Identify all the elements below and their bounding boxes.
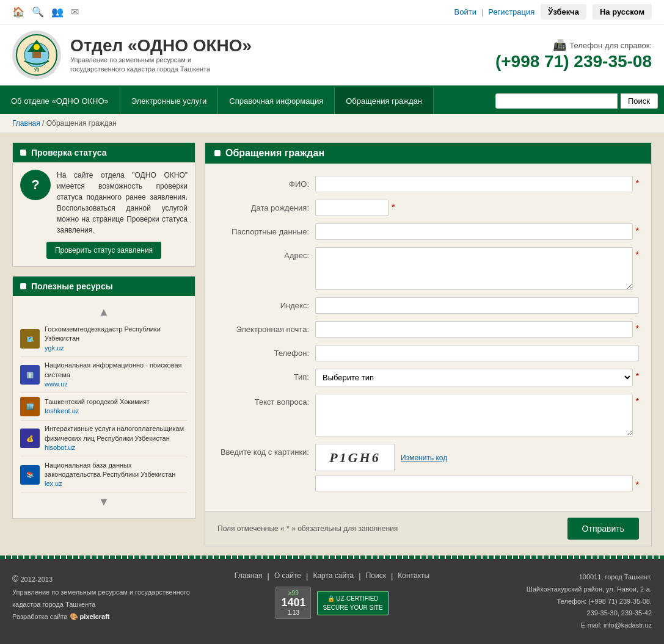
dob-required: * — [392, 202, 395, 212]
footer-nav-home[interactable]: Главная — [235, 571, 263, 581]
logo: УЗ — [12, 31, 61, 79]
email-input[interactable] — [315, 321, 633, 338]
captcha-field: P1GH6 Изменить код * — [315, 444, 639, 491]
fio-label: ФИО: — [217, 176, 315, 189]
lang-uz-button[interactable]: Ўзбекча — [541, 4, 586, 20]
question-label: Текст вопроса: — [217, 394, 315, 407]
footer-nav-contacts[interactable]: Контакты — [398, 571, 429, 581]
separator: | — [481, 7, 483, 16]
phone-input[interactable] — [315, 345, 639, 361]
register-link[interactable]: Регистрация — [488, 7, 534, 16]
captcha-image: P1GH6 — [315, 444, 395, 471]
captcha-required: * — [636, 480, 639, 490]
resource-item: ℹ️ Национальная информационно - поискова… — [20, 357, 188, 393]
scroll-up-button[interactable]: ▲ — [20, 303, 188, 321]
captcha-label: Введите код с картинки: — [217, 444, 315, 457]
login-link[interactable]: Войти — [454, 7, 476, 16]
home-icon[interactable]: 🏠 — [12, 6, 24, 18]
resource-link[interactable]: lex.uz — [45, 479, 188, 488]
search-icon[interactable]: 🔍 — [32, 6, 44, 18]
nav-item-about[interactable]: Об отделе «ОДНО ОКНО» — [0, 87, 120, 114]
form-footer-note: Поля отмеченные « * » обязательны для за… — [217, 524, 398, 533]
question-textarea[interactable] — [315, 394, 633, 436]
resource-link[interactable]: ygk.uz — [45, 344, 188, 353]
captcha-row: Введите код с картинки: P1GH6 Изменить к… — [217, 444, 639, 491]
fio-required: * — [636, 178, 639, 188]
dob-input[interactable] — [315, 200, 389, 216]
footer-phone2: 239-35-30, 239-35-42 — [447, 607, 652, 620]
auth-links: Войти | Регистрация — [454, 7, 535, 16]
site-title: Отдел «ОДНО ОКНО» — [70, 36, 252, 56]
breadcrumb-home[interactable]: Главная — [12, 119, 40, 128]
footer-left: © 2012-2013 Управление по земельным ресу… — [12, 571, 217, 632]
passport-row: Паспортные данные: * — [217, 223, 639, 240]
mail-icon[interactable]: ✉ — [71, 6, 79, 18]
footer-dev-company: 🎨 pixelcraft — [70, 613, 110, 620]
submit-button[interactable]: Отправить — [567, 518, 639, 540]
phone-number: (+998 71) 239-35-08 — [495, 52, 652, 71]
rating-badge[interactable]: ≥99 1401 1.13 — [275, 587, 311, 619]
scroll-down-button[interactable]: ▼ — [20, 493, 188, 511]
address-textarea[interactable] — [315, 247, 633, 290]
nav-item-services[interactable]: Электронные услуги — [120, 87, 218, 114]
header-right: 📠 Телефон для справок: (+998 71) 239-35-… — [495, 38, 652, 71]
type-field: Выберите тип * — [315, 369, 639, 386]
address-required: * — [636, 250, 639, 259]
footer-street: Шайхонтахурский район, ул. Навои, 2-а. — [447, 584, 652, 596]
email-field: * — [315, 321, 639, 338]
footer-badges: ≥99 1401 1.13 🔒 UZ-CERTIFIEDSECURE YOUR … — [275, 587, 388, 619]
lang-ru-button[interactable]: На русском — [593, 4, 652, 20]
passport-label: Паспортные данные: — [217, 223, 315, 236]
dob-label: Дата рождения: — [217, 200, 315, 212]
captcha-input[interactable] — [315, 475, 633, 491]
breadcrumb-separator: / — [42, 119, 46, 128]
status-section-body: ? На сайте отдела "ОДНО ОКНО" имеется во… — [13, 162, 195, 266]
question-field: * — [315, 394, 639, 436]
resource-text: Национальная информационно - поисковая с… — [45, 361, 188, 389]
footer-address: 100011, город Ташкент, — [447, 571, 652, 584]
main-nav: Об отделе «ОДНО ОКНО» Электронные услуги… — [0, 87, 664, 114]
dob-field: * — [315, 200, 639, 216]
type-select[interactable]: Выберите тип — [315, 369, 633, 386]
footer: © 2012-2013 Управление по земельным ресу… — [0, 559, 664, 644]
address-row: Адрес: * — [217, 247, 639, 290]
nav-item-appeals[interactable]: Обращения граждан — [335, 87, 434, 114]
form-body: ФИО: * Дата рождения: * Паспортные данны… — [205, 164, 651, 511]
footer-nav-about[interactable]: О сайте — [274, 571, 301, 581]
question-row: Текст вопроса: * — [217, 394, 639, 436]
status-title: Проверка статуса — [31, 148, 106, 157]
svg-text:УЗ: УЗ — [34, 68, 40, 72]
footer-copyright: © 2012-2013 — [12, 571, 217, 587]
passport-input[interactable] — [315, 223, 633, 240]
resource-link[interactable]: hisobot.uz — [45, 443, 188, 452]
form-section-header: Обращения граждан — [205, 143, 651, 164]
nav-item-info[interactable]: Справочная информация — [218, 87, 335, 114]
fio-input[interactable] — [315, 176, 633, 192]
phone-label: Телефон: — [217, 345, 315, 358]
resource-item: 🏙️ Ташкентский городской Хокимият toshke… — [20, 393, 188, 421]
check-status-button[interactable]: Проверить статус заявления — [46, 242, 161, 259]
resource-icon: 🗺️ — [20, 329, 40, 349]
phone-field — [315, 345, 639, 361]
resource-text: Национальная база данных законодательств… — [45, 461, 188, 489]
footer-nav-sitemap[interactable]: Карта сайта — [313, 571, 354, 581]
captcha-change-link[interactable]: Изменить код — [401, 454, 447, 462]
svg-rect-3 — [32, 52, 41, 58]
index-field — [315, 297, 639, 314]
resources-section-header: Полезные ресурсы — [13, 277, 195, 296]
nav-search: Поиск — [495, 93, 664, 109]
search-input[interactable] — [495, 93, 618, 109]
header-left: УЗ Отдел «ОДНО ОКНО» Управление по земел… — [12, 31, 252, 79]
search-button[interactable]: Поиск — [621, 93, 658, 109]
people-icon[interactable]: 👥 — [51, 6, 64, 18]
resource-link[interactable]: toshkent.uz — [45, 407, 150, 416]
index-label: Индекс: — [217, 297, 315, 310]
resources-section-body: ▲ 🗺️ Госкомземгеодезкадастр Республики У… — [13, 296, 195, 518]
status-body: ? На сайте отдела "ОДНО ОКНО" имеется во… — [20, 170, 188, 236]
footer-nav-search[interactable]: Поиск — [366, 571, 386, 581]
type-required: * — [636, 371, 639, 381]
resource-text: Интерактивные услуги налогоплательщикам … — [45, 424, 188, 452]
resource-link[interactable]: www.uz — [45, 380, 188, 389]
index-input[interactable] — [315, 297, 639, 314]
resources-title: Полезные ресурсы — [31, 281, 113, 291]
